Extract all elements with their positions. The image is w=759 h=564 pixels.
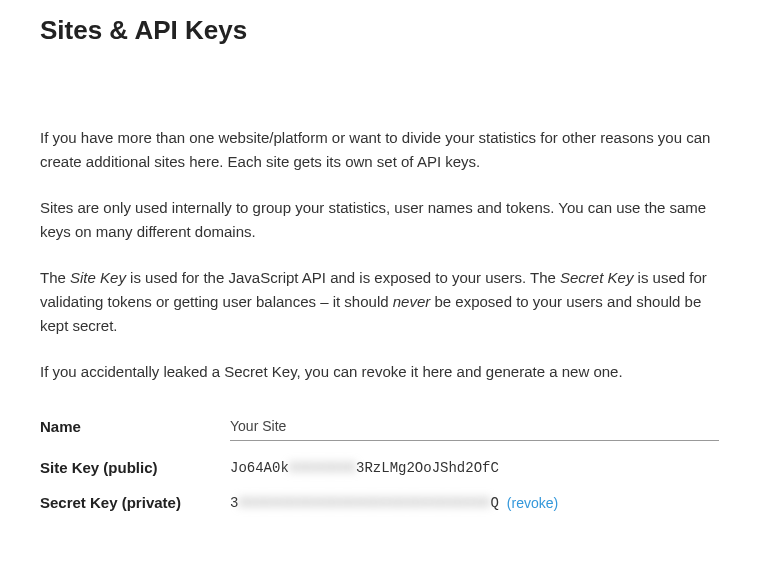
site-key-term: Site Key [70, 269, 126, 286]
form-section: Name Site Key (public) Jo64A0kXXXXXXXX3R… [40, 412, 719, 511]
secret-key-label: Secret Key (private) [40, 494, 230, 511]
name-input[interactable] [230, 412, 719, 441]
secret-key-prefix: 3 [230, 495, 238, 511]
secret-key-row: Secret Key (private) 3XXXXXXXXXXXXXXXXXX… [40, 494, 719, 511]
site-key-hidden: XXXXXXXX [289, 460, 356, 476]
page-title: Sites & API Keys [40, 15, 719, 46]
never-term: never [393, 293, 431, 310]
secret-key-hidden: XXXXXXXXXXXXXXXXXXXXXXXXXXXXXX [238, 495, 490, 511]
intro-paragraph-1: If you have more than one website/platfo… [40, 126, 719, 174]
text-fragment: The [40, 269, 70, 286]
name-value-container [230, 412, 719, 441]
intro-paragraph-3: The Site Key is used for the JavaScript … [40, 266, 719, 338]
site-key-label: Site Key (public) [40, 459, 230, 476]
site-key-suffix: 3RzLMg2OoJShd2OfC [356, 460, 499, 476]
intro-paragraph-2: Sites are only used internally to group … [40, 196, 719, 244]
text-fragment: is used for the JavaScript API and is ex… [126, 269, 560, 286]
name-label: Name [40, 418, 230, 435]
secret-key-term: Secret Key [560, 269, 633, 286]
secret-key-suffix: Q [490, 495, 498, 511]
site-key-prefix: Jo64A0k [230, 460, 289, 476]
name-row: Name [40, 412, 719, 441]
revoke-link[interactable]: (revoke) [507, 495, 558, 511]
secret-key-value: 3XXXXXXXXXXXXXXXXXXXXXXXXXXXXXXQ (revoke… [230, 495, 719, 511]
site-key-row: Site Key (public) Jo64A0kXXXXXXXX3RzLMg2… [40, 459, 719, 476]
intro-paragraph-4: If you accidentally leaked a Secret Key,… [40, 360, 719, 384]
site-key-value: Jo64A0kXXXXXXXX3RzLMg2OoJShd2OfC [230, 460, 719, 476]
